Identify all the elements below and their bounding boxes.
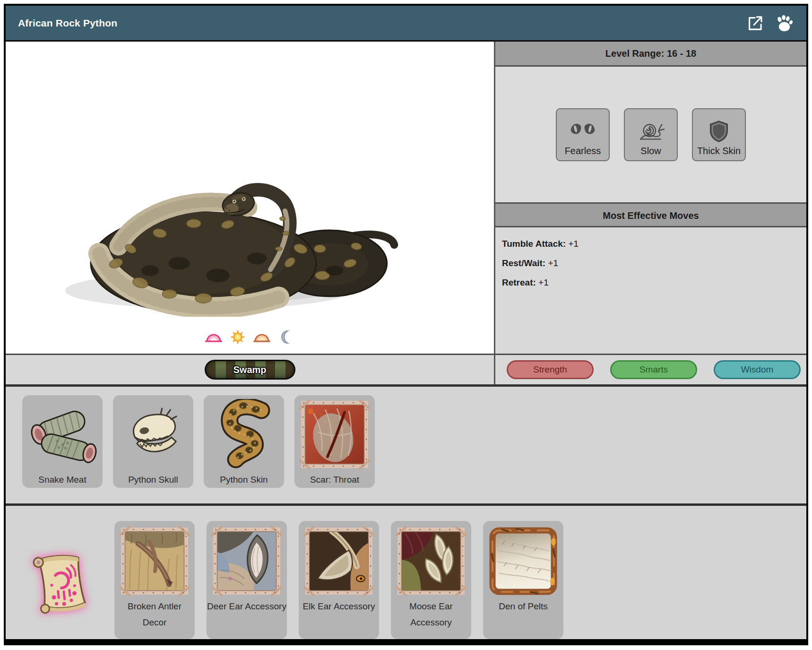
drops-section: Snake Meat Python Skull [6,387,806,506]
item-label: Python Skull [128,472,178,488]
most-effective-moves-header: Most Effective Moves [495,202,806,227]
external-link-icon[interactable] [745,13,765,33]
title-bar: African Rock Python [6,6,806,42]
biome-label: Swamp [233,364,266,375]
move-row: Rest/Wait: +1 [502,258,806,269]
stats-cell: Strength Smarts Wisdom [495,355,806,384]
item-label: Deer Ear Accessory [207,598,286,615]
trait-label: Thick Skin [697,146,741,156]
trait-slow-button[interactable]: Slow [624,108,678,161]
trait-fearless-button[interactable]: Fearless [556,108,610,161]
deer-ear-accessory-image [211,526,282,597]
scar-throat-image [299,399,370,470]
item-label: Elk Ear Accessory [302,598,375,615]
snake-meat-image [27,399,98,470]
moose-ear-accessory-image [396,526,466,597]
move-value: +1 [548,258,558,268]
creature-page: African Rock Python [4,4,808,645]
python-skin-image [208,399,279,470]
drop-python-skull[interactable]: Python Skull [113,395,193,488]
move-name: Rest/Wait: [502,258,545,268]
traits-area: Fearless Slow [495,67,806,202]
move-value: +1 [568,239,579,249]
item-label: Broken Antler Decor [114,598,195,631]
craft-den-of-pelts[interactable]: Den of Pelts [483,521,563,639]
african-rock-python-image [58,103,407,317]
trait-thick-skin-button[interactable]: Thick Skin [692,108,746,161]
shield-icon [705,119,733,144]
page-title: African Rock Python [18,17,117,29]
item-label: Den of Pelts [499,598,548,615]
item-label: Scar: Throat [310,472,359,488]
den-of-pelts-image [488,526,559,597]
craft-moose-ear-accessory[interactable]: Moose Ear Accessory [391,521,471,639]
move-row: Retreat: +1 [502,277,806,288]
item-label: Snake Meat [38,472,86,488]
craft-broken-antler-decor[interactable]: Broken Antler Decor [114,521,195,639]
move-name: Tumble Attack: [502,239,566,249]
trait-label: Fearless [565,146,601,156]
trait-label: Slow [640,146,661,156]
drop-snake-meat[interactable]: Snake Meat [22,395,103,488]
elk-ear-accessory-image [303,526,374,597]
main-row: Level Range: 16 - 18 Fearless [6,42,806,354]
smarts-pill[interactable]: Smarts [610,360,697,379]
recipe-cell [18,506,103,618]
cat-eyes-icon [569,119,596,144]
move-row: Tumble Attack: +1 [502,239,806,249]
dawn-icon [205,330,222,344]
creature-stage [6,42,495,354]
craft-deer-ear-accessory[interactable]: Deer Ear Accessory [207,521,287,639]
item-label: Moose Ear Accessory [391,598,471,631]
drop-python-skin[interactable]: Python Skin [204,395,284,488]
level-range-header: Level Range: 16 - 18 [495,42,806,67]
biome-cell: Swamp [6,355,495,384]
night-icon [277,330,294,344]
active-times-row [6,330,494,344]
craftables-section: Broken Antler Decor [6,506,806,639]
biome-stats-row: Swamp Strength Smarts Wisdom [6,354,806,387]
day-icon [229,330,246,344]
biome-swamp-button[interactable]: Swamp [205,360,295,380]
python-skull-image [118,399,189,470]
wisdom-pill[interactable]: Wisdom [714,360,801,379]
snail-icon [637,119,665,144]
move-name: Retreat: [502,277,536,287]
paw-icon[interactable] [774,13,794,33]
item-label: Python Skin [220,472,268,488]
broken-antler-decor-image [119,526,190,597]
info-panel: Level Range: 16 - 18 Fearless [495,42,806,354]
glowing-scroll-icon[interactable] [28,547,93,618]
moves-list: Tumble Attack: +1 Rest/Wait: +1 Retreat:… [495,227,806,354]
dusk-icon [253,330,270,344]
craft-elk-ear-accessory[interactable]: Elk Ear Accessory [299,521,379,639]
strength-pill[interactable]: Strength [507,360,594,379]
drop-scar-throat[interactable]: Scar: Throat [294,395,375,488]
move-value: +1 [538,277,549,287]
